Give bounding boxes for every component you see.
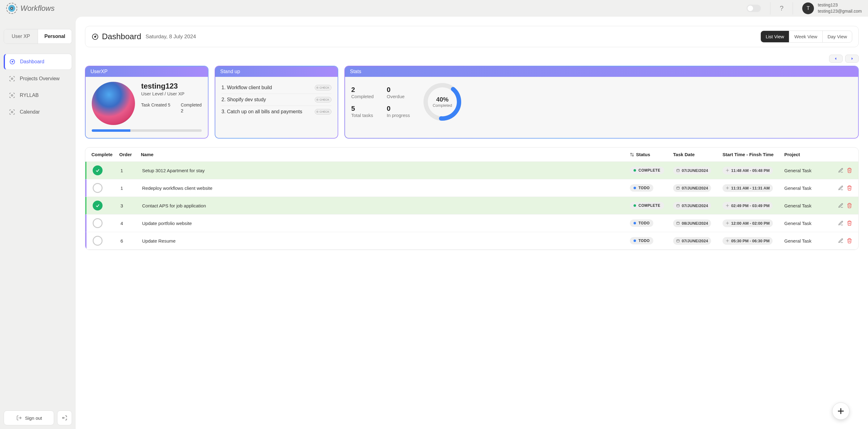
complete-toggle[interactable] <box>93 236 102 246</box>
svg-rect-49 <box>677 240 680 242</box>
col-time: Start Time - Finsh Time <box>722 152 784 157</box>
logo-icon <box>6 3 17 14</box>
page-date: Saturday, 8 July 2024 <box>146 34 196 40</box>
trash-icon[interactable] <box>847 203 852 208</box>
edit-icon[interactable] <box>838 185 844 191</box>
calendar-icon <box>676 239 680 242</box>
nav-item-label: Calendar <box>20 109 40 115</box>
sidebar-tab-personal[interactable]: Personal <box>38 29 72 43</box>
svg-line-2 <box>12 61 13 62</box>
svg-point-3 <box>11 78 13 79</box>
cell-order: 1 <box>121 168 142 173</box>
complete-toggle[interactable] <box>93 165 102 175</box>
view-day[interactable]: Day View <box>822 31 852 42</box>
complete-toggle[interactable] <box>93 218 102 228</box>
prev-arrow[interactable] <box>829 55 843 63</box>
stat-progress-l: In progress <box>387 113 410 118</box>
standup-item: 1. Workflow client buildCHECK <box>221 82 332 94</box>
stat-completed-l: Completed <box>351 94 374 99</box>
view-list[interactable]: List View <box>761 31 789 42</box>
cell-project: General Task <box>784 238 828 243</box>
plus-icon <box>836 407 845 416</box>
edit-icon[interactable] <box>838 238 844 243</box>
card-stats-title: Stats <box>345 66 858 77</box>
cell-time: 12:00 AM - 02:00 PM <box>722 220 773 227</box>
avatar: T <box>802 2 814 14</box>
trash-icon[interactable] <box>847 220 852 226</box>
cell-project: General Task <box>784 221 828 226</box>
signout-button[interactable]: Sign out <box>4 410 54 425</box>
card-stats: Stats 2Completed 0Overdue 5Total tasks 0… <box>344 66 859 139</box>
add-task-fab[interactable] <box>832 402 849 420</box>
edit-icon[interactable] <box>838 168 844 173</box>
xp-progress <box>92 129 202 132</box>
cell-order: 3 <box>121 203 142 208</box>
trash-icon[interactable] <box>847 168 852 173</box>
col-complete: Complete <box>91 152 119 157</box>
collapse-sidebar-button[interactable] <box>57 410 72 425</box>
standup-item: 2. Shopify dev studyCHECK <box>221 94 332 106</box>
nav-item-projects-overview[interactable]: Projects Overview <box>4 71 72 87</box>
svg-rect-22 <box>677 187 680 190</box>
help-icon[interactable]: ? <box>770 2 793 14</box>
view-week[interactable]: Week View <box>789 31 822 42</box>
cell-date: 07/JUNE/2024 <box>673 237 711 245</box>
complete-toggle[interactable] <box>93 201 102 210</box>
donut-lbl: Completed <box>433 103 452 108</box>
gauge-icon <box>9 58 16 65</box>
dashboard-header: Dashboard Saturday, 8 July 2024 List Vie… <box>85 26 859 47</box>
cell-date: 07/JUNE/2024 <box>673 184 711 192</box>
clock-icon <box>725 239 729 242</box>
stats-donut: 40% Completed <box>422 82 462 122</box>
clock-icon <box>725 221 729 225</box>
svg-rect-40 <box>677 222 680 225</box>
nav-item-calendar[interactable]: Calendar <box>4 104 72 120</box>
nav-item-ryllab[interactable]: RYLLAB <box>4 88 72 103</box>
sort-icon <box>630 153 634 157</box>
col-date: Task Date <box>673 152 722 157</box>
nav-item-dashboard[interactable]: Dashboard <box>4 54 72 70</box>
scan-icon <box>9 92 16 99</box>
collapse-icon <box>62 415 67 421</box>
table-row: 6Update ResumeTODO07/JUNE/202405:30 PM -… <box>85 232 859 250</box>
user-menu[interactable]: T testing123 testing123@gmail.com <box>793 2 862 14</box>
stat-completed-label: Completed <box>181 102 202 107</box>
col-project: Project <box>784 152 828 157</box>
sidebar: User XP Personal DashboardProjects Overv… <box>0 16 76 429</box>
check-toggle[interactable]: CHECK <box>315 97 332 102</box>
complete-toggle[interactable] <box>93 183 102 193</box>
page-title: Dashboard <box>102 32 141 41</box>
check-toggle[interactable]: CHECK <box>315 109 332 114</box>
cell-name: Redeploy workflows client website <box>142 186 630 191</box>
table-row: 1Redeploy workflows client websiteTODO07… <box>85 179 859 197</box>
cell-project: General Task <box>784 186 828 191</box>
trash-icon[interactable] <box>847 185 852 191</box>
cell-date: 07/JUNE/2024 <box>673 202 711 209</box>
edit-icon[interactable] <box>838 203 844 208</box>
stat-completed-val: 2 <box>181 108 202 113</box>
cell-date: 08/JUNE/2024 <box>673 220 711 227</box>
theme-toggle[interactable] <box>747 5 761 12</box>
view-switch: List View Week View Day View <box>761 31 852 42</box>
col-name: Name <box>141 152 630 157</box>
clock-icon <box>725 186 729 190</box>
sidebar-tab-userxp[interactable]: User XP <box>4 29 38 43</box>
svg-line-10 <box>95 35 96 37</box>
status-badge: TODO <box>630 184 653 192</box>
col-status[interactable]: Status <box>630 152 673 157</box>
trash-icon[interactable] <box>847 238 852 243</box>
standup-text: 2. Shopify dev study <box>221 97 266 102</box>
cell-time: 11:48 AM - 05:48 PM <box>722 167 773 174</box>
clock-icon <box>725 204 729 207</box>
status-badge: COMPLETE <box>630 167 664 174</box>
cell-project: General Task <box>784 203 828 208</box>
svg-point-17 <box>727 170 728 171</box>
check-toggle[interactable]: CHECK <box>315 85 332 91</box>
logo[interactable]: Workflows <box>6 3 55 14</box>
scan-icon <box>9 109 16 116</box>
next-arrow[interactable] <box>845 55 859 63</box>
brand-name: Workflows <box>21 4 55 13</box>
calendar-icon <box>676 186 680 190</box>
edit-icon[interactable] <box>838 220 844 226</box>
donut-pct: 40% <box>433 96 452 103</box>
